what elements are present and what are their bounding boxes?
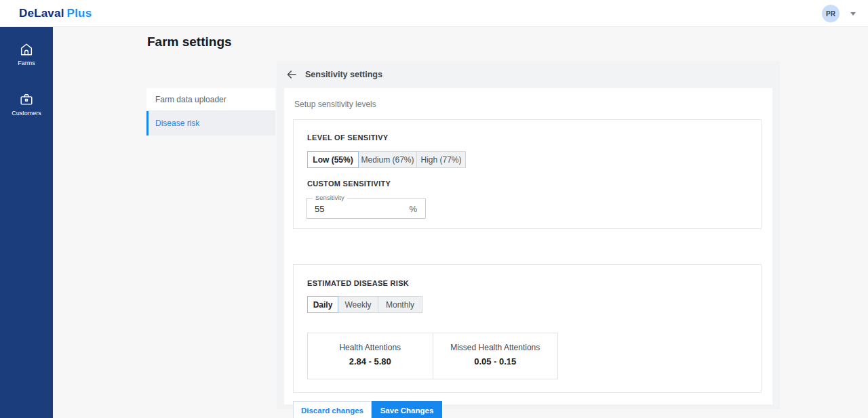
subnav-item-farm-data-uploader[interactable]: Farm data uploader [146,88,275,111]
estimated-disease-risk-card: ESTIMATED DISEASE RISK Daily Weekly Mont… [293,264,762,393]
brand-part1: DeLaval [19,7,64,20]
panel-body: Setup sensitivity levels LEVEL OF SENSIT… [284,88,772,404]
discard-changes-button[interactable]: Discard changes [293,401,372,418]
sensitivity-input[interactable]: Sensitivity 55 % [306,198,426,219]
sensitivity-level-segmented-control: Low (55%) Medium (67%) High (77%) [307,151,466,168]
panel-actions: Discard changes Save Changes [293,401,442,418]
page-title: Farm settings [147,35,232,49]
risk-stats-table: Health Attentions 2.84 - 5.80 Missed Hea… [307,333,558,379]
level-medium-button[interactable]: Medium (67%) [359,151,417,168]
level-high-button[interactable]: High (77%) [417,151,466,168]
sensitivity-level-card: LEVEL OF SENSITIVY Low (55%) Medium (67%… [293,119,762,229]
percent-suffix: % [409,198,417,220]
stat-missed-health-attentions: Missed Health Attentions 0.05 - 0.15 [433,333,558,379]
stat-label: Missed Health Attentions [433,343,558,352]
sidebar-item-label: Customers [12,110,41,117]
barn-icon [19,42,34,57]
custom-sensitivity-label: CUSTOM SENSITIVITY [307,180,391,188]
sensitivity-settings-panel: Sensitivity settings Setup sensitivity l… [277,61,780,409]
briefcase-icon [19,92,34,107]
setup-subtitle: Setup sensitivity levels [294,100,376,109]
sidebar-item-customers[interactable]: Customers [0,84,53,123]
tab-weekly[interactable]: Weekly [338,296,378,313]
stat-value: 2.84 - 5.80 [308,356,433,367]
risk-period-tabs: Daily Weekly Monthly [307,296,422,313]
level-of-sensitivity-label: LEVEL OF SENSITIVY [307,133,389,142]
tab-monthly[interactable]: Monthly [378,296,422,313]
sensitivity-field-value[interactable]: 55 [315,198,324,220]
stat-health-attentions: Health Attentions 2.84 - 5.80 [308,333,433,379]
settings-subnav: Farm data uploader Disease risk [146,88,275,135]
avatar[interactable]: PR [822,5,840,22]
back-arrow-icon[interactable] [285,68,298,81]
sidebar-item-farms[interactable]: Farms [0,34,53,73]
brand-part2: Plus [67,7,92,20]
sidebar: Farms Customers [0,27,53,418]
stat-label: Health Attentions [308,343,433,352]
level-low-button[interactable]: Low (55%) [307,151,359,168]
chevron-down-icon[interactable] [850,12,856,16]
panel-title: Sensitivity settings [305,61,382,88]
topbar: DeLavalPlus PR [0,0,868,27]
brand-logo: DeLavalPlus [19,0,92,27]
panel-header: Sensitivity settings [277,61,780,88]
stat-value: 0.05 - 0.15 [433,356,558,367]
app-root: DeLavalPlus PR Farms Customers [0,0,868,418]
estimated-disease-risk-label: ESTIMATED DISEASE RISK [307,279,409,287]
subnav-item-disease-risk[interactable]: Disease risk [146,111,275,135]
save-changes-button[interactable]: Save Changes [372,401,442,418]
sidebar-item-label: Farms [18,60,35,66]
tab-daily[interactable]: Daily [307,296,338,313]
